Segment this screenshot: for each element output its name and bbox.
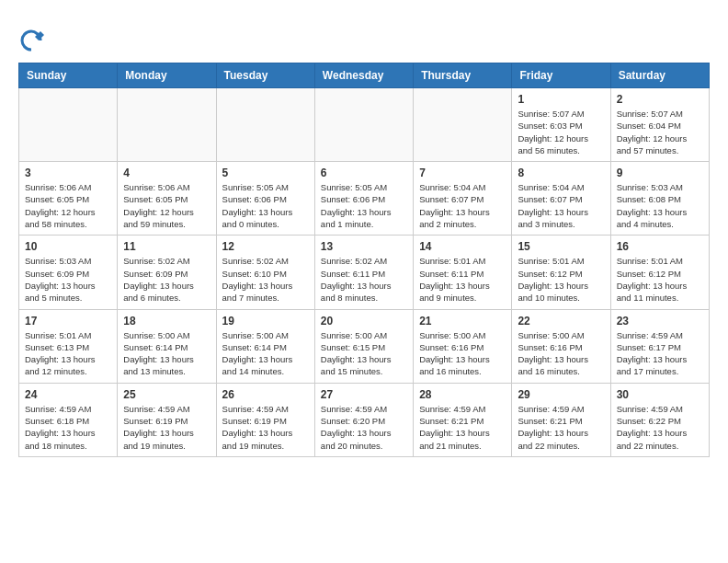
calendar-day-cell: 15Sunrise: 5:01 AM Sunset: 6:12 PM Dayli… — [512, 236, 610, 309]
calendar-header-tuesday: Tuesday — [216, 63, 314, 88]
day-number: 17 — [25, 315, 111, 327]
day-number: 4 — [123, 167, 210, 179]
day-info: Sunrise: 5:03 AM Sunset: 6:08 PM Dayligh… — [617, 181, 703, 230]
calendar-day-cell: 23Sunrise: 4:59 AM Sunset: 6:17 PM Dayli… — [610, 309, 709, 383]
calendar-day-cell: 4Sunrise: 5:06 AM Sunset: 6:05 PM Daylig… — [118, 162, 216, 236]
calendar-day-cell: 21Sunrise: 5:00 AM Sunset: 6:16 PM Dayli… — [414, 309, 512, 383]
calendar-day-cell: 27Sunrise: 4:59 AM Sunset: 6:20 PM Dayli… — [314, 383, 413, 456]
day-info: Sunrise: 5:07 AM Sunset: 6:03 PM Dayligh… — [518, 108, 604, 156]
calendar-day-cell: 22Sunrise: 5:00 AM Sunset: 6:16 PM Dayli… — [512, 309, 610, 383]
calendar-week-row: 1Sunrise: 5:07 AM Sunset: 6:03 PM Daylig… — [19, 88, 710, 162]
calendar-header-sunday: Sunday — [19, 63, 118, 88]
calendar-week-row: 17Sunrise: 5:01 AM Sunset: 6:13 PM Dayli… — [19, 309, 710, 383]
day-info: Sunrise: 4:59 AM Sunset: 6:18 PM Dayligh… — [25, 403, 111, 452]
day-info: Sunrise: 4:59 AM Sunset: 6:22 PM Dayligh… — [617, 403, 703, 452]
day-info: Sunrise: 5:03 AM Sunset: 6:09 PM Dayligh… — [25, 255, 111, 304]
calendar-header-friday: Friday — [512, 63, 610, 88]
day-number: 16 — [617, 240, 703, 253]
calendar-day-cell: 2Sunrise: 5:07 AM Sunset: 6:04 PM Daylig… — [610, 88, 709, 162]
calendar-day-cell: 26Sunrise: 4:59 AM Sunset: 6:19 PM Dayli… — [216, 383, 314, 456]
calendar-header-wednesday: Wednesday — [314, 63, 413, 88]
day-number: 18 — [123, 315, 210, 327]
calendar-day-cell: 18Sunrise: 5:00 AM Sunset: 6:14 PM Dayli… — [118, 309, 216, 383]
calendar-week-row: 24Sunrise: 4:59 AM Sunset: 6:18 PM Dayli… — [19, 383, 710, 456]
day-info: Sunrise: 5:00 AM Sunset: 6:16 PM Dayligh… — [419, 329, 506, 378]
day-number: 24 — [25, 388, 111, 401]
day-info: Sunrise: 5:02 AM Sunset: 6:11 PM Dayligh… — [321, 255, 407, 304]
calendar-header-row: SundayMondayTuesdayWednesdayThursdayFrid… — [19, 63, 710, 88]
day-number: 7 — [419, 167, 506, 179]
day-info: Sunrise: 5:01 AM Sunset: 6:12 PM Dayligh… — [518, 255, 604, 304]
calendar-day-cell: 14Sunrise: 5:01 AM Sunset: 6:11 PM Dayli… — [414, 236, 512, 309]
logo — [18, 28, 48, 53]
calendar-week-row: 10Sunrise: 5:03 AM Sunset: 6:09 PM Dayli… — [19, 236, 710, 309]
calendar-day-cell: 30Sunrise: 4:59 AM Sunset: 6:22 PM Dayli… — [610, 383, 709, 456]
day-info: Sunrise: 5:01 AM Sunset: 6:12 PM Dayligh… — [617, 255, 703, 304]
day-number: 25 — [123, 388, 210, 401]
day-number: 5 — [222, 167, 309, 179]
day-info: Sunrise: 5:02 AM Sunset: 6:10 PM Dayligh… — [222, 255, 309, 304]
day-number: 21 — [419, 315, 506, 327]
calendar-day-cell: 9Sunrise: 5:03 AM Sunset: 6:08 PM Daylig… — [610, 162, 709, 236]
calendar-day-cell: 1Sunrise: 5:07 AM Sunset: 6:03 PM Daylig… — [512, 88, 610, 162]
calendar-day-cell: 16Sunrise: 5:01 AM Sunset: 6:12 PM Dayli… — [610, 236, 709, 309]
calendar-day-cell: 20Sunrise: 5:00 AM Sunset: 6:15 PM Dayli… — [314, 309, 413, 383]
calendar-header-thursday: Thursday — [414, 63, 512, 88]
day-info: Sunrise: 5:00 AM Sunset: 6:14 PM Dayligh… — [123, 329, 210, 378]
day-info: Sunrise: 5:01 AM Sunset: 6:11 PM Dayligh… — [419, 255, 506, 304]
day-info: Sunrise: 5:05 AM Sunset: 6:06 PM Dayligh… — [321, 181, 407, 230]
day-number: 30 — [617, 388, 703, 401]
calendar-day-cell — [314, 88, 413, 162]
day-number: 15 — [518, 240, 604, 253]
day-number: 22 — [518, 315, 604, 327]
day-info: Sunrise: 5:04 AM Sunset: 6:07 PM Dayligh… — [419, 181, 506, 230]
calendar-day-cell: 5Sunrise: 5:05 AM Sunset: 6:06 PM Daylig… — [216, 162, 314, 236]
day-number: 11 — [123, 240, 210, 253]
day-number: 14 — [419, 240, 506, 253]
calendar-day-cell — [414, 88, 512, 162]
calendar-day-cell: 6Sunrise: 5:05 AM Sunset: 6:06 PM Daylig… — [314, 162, 413, 236]
calendar-day-cell — [216, 88, 314, 162]
day-number: 2 — [617, 93, 703, 106]
calendar-day-cell: 12Sunrise: 5:02 AM Sunset: 6:10 PM Dayli… — [216, 236, 314, 309]
day-info: Sunrise: 4:59 AM Sunset: 6:21 PM Dayligh… — [419, 403, 506, 452]
calendar-day-cell — [118, 88, 216, 162]
day-number: 19 — [222, 315, 309, 327]
page-header — [18, 18, 710, 53]
calendar-day-cell: 10Sunrise: 5:03 AM Sunset: 6:09 PM Dayli… — [19, 236, 118, 309]
day-number: 27 — [321, 388, 407, 401]
calendar-week-row: 3Sunrise: 5:06 AM Sunset: 6:05 PM Daylig… — [19, 162, 710, 236]
calendar-day-cell: 28Sunrise: 4:59 AM Sunset: 6:21 PM Dayli… — [414, 383, 512, 456]
day-info: Sunrise: 5:07 AM Sunset: 6:04 PM Dayligh… — [617, 108, 703, 156]
day-number: 12 — [222, 240, 309, 253]
day-info: Sunrise: 5:02 AM Sunset: 6:09 PM Dayligh… — [123, 255, 210, 304]
day-info: Sunrise: 5:00 AM Sunset: 6:15 PM Dayligh… — [321, 329, 407, 378]
day-number: 9 — [617, 167, 703, 179]
calendar-day-cell: 25Sunrise: 4:59 AM Sunset: 6:19 PM Dayli… — [118, 383, 216, 456]
calendar-day-cell — [19, 88, 118, 162]
calendar-day-cell: 11Sunrise: 5:02 AM Sunset: 6:09 PM Dayli… — [118, 236, 216, 309]
calendar-day-cell: 3Sunrise: 5:06 AM Sunset: 6:05 PM Daylig… — [19, 162, 118, 236]
calendar-day-cell: 19Sunrise: 5:00 AM Sunset: 6:14 PM Dayli… — [216, 309, 314, 383]
day-info: Sunrise: 4:59 AM Sunset: 6:19 PM Dayligh… — [123, 403, 210, 452]
calendar-header-monday: Monday — [118, 63, 216, 88]
calendar-day-cell: 8Sunrise: 5:04 AM Sunset: 6:07 PM Daylig… — [512, 162, 610, 236]
day-info: Sunrise: 5:01 AM Sunset: 6:13 PM Dayligh… — [25, 329, 111, 378]
day-info: Sunrise: 5:06 AM Sunset: 6:05 PM Dayligh… — [25, 181, 111, 230]
calendar-day-cell: 17Sunrise: 5:01 AM Sunset: 6:13 PM Dayli… — [19, 309, 118, 383]
day-info: Sunrise: 4:59 AM Sunset: 6:21 PM Dayligh… — [518, 403, 604, 452]
day-number: 20 — [321, 315, 407, 327]
day-number: 13 — [321, 240, 407, 253]
day-info: Sunrise: 5:04 AM Sunset: 6:07 PM Dayligh… — [518, 181, 604, 230]
day-info: Sunrise: 4:59 AM Sunset: 6:19 PM Dayligh… — [222, 403, 309, 452]
day-info: Sunrise: 5:05 AM Sunset: 6:06 PM Dayligh… — [222, 181, 309, 230]
calendar-day-cell: 24Sunrise: 4:59 AM Sunset: 6:18 PM Dayli… — [19, 383, 118, 456]
day-info: Sunrise: 5:00 AM Sunset: 6:14 PM Dayligh… — [222, 329, 309, 378]
logo-icon — [18, 28, 44, 53]
day-number: 8 — [518, 167, 604, 179]
day-number: 10 — [25, 240, 111, 253]
day-info: Sunrise: 4:59 AM Sunset: 6:20 PM Dayligh… — [321, 403, 407, 452]
day-number: 1 — [518, 93, 604, 106]
day-number: 29 — [518, 388, 604, 401]
day-number: 3 — [25, 167, 111, 179]
